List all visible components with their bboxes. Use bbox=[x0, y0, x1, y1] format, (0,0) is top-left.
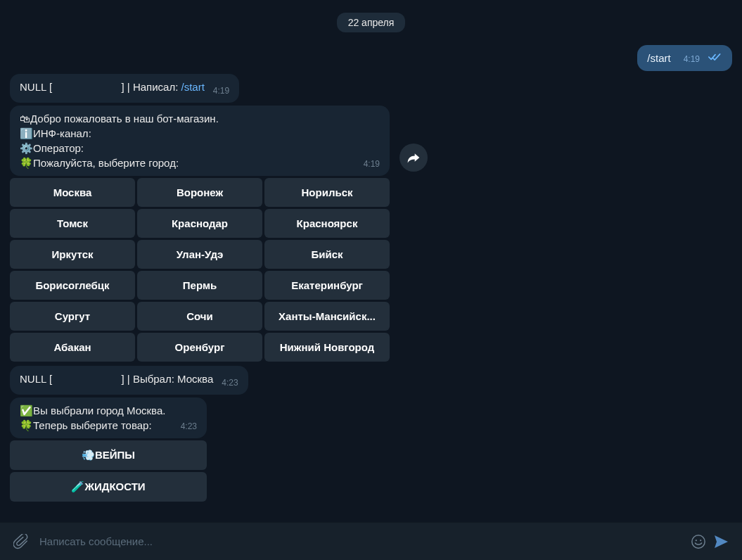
product-button[interactable]: 🧪ЖИДКОСТИ bbox=[10, 472, 207, 502]
city-button[interactable]: Нижний Новгород bbox=[264, 333, 390, 362]
product-keyboard: 💨ВЕЙПЫ🧪ЖИДКОСТИ bbox=[10, 440, 207, 502]
outgoing-time: 4:19 bbox=[684, 53, 700, 65]
message-input-bar bbox=[0, 522, 742, 560]
city-button[interactable]: Краснодар bbox=[137, 209, 262, 238]
city-button[interactable]: Томск bbox=[10, 209, 135, 238]
forward-icon bbox=[407, 151, 421, 165]
incoming-bubble[interactable]: NULL [ ] | Написал: /start 4:19 bbox=[10, 74, 239, 103]
outgoing-message-row: /start 4:19 bbox=[10, 45, 732, 71]
forward-button[interactable] bbox=[399, 144, 428, 172]
outgoing-text: /start bbox=[647, 51, 670, 65]
product-line1: ✅Вы выбрали город Москва. bbox=[20, 403, 197, 418]
read-checks-icon bbox=[708, 52, 722, 62]
city-button[interactable]: Улан-Удэ bbox=[137, 240, 262, 269]
selection-bubble[interactable]: NULL [ ] | Выбрал: Москва 4:23 bbox=[10, 366, 248, 395]
city-button[interactable]: Красноярск bbox=[264, 209, 390, 238]
welcome-bubble[interactable]: 🛍Добро пожаловать в наш бот-магазин. ℹ️И… bbox=[10, 106, 390, 176]
emoji-button[interactable] bbox=[687, 530, 710, 553]
city-button[interactable]: Сочи bbox=[137, 302, 262, 331]
city-button[interactable]: Екатеринбург bbox=[264, 271, 390, 300]
paperclip-icon bbox=[13, 534, 29, 549]
msg1-mid: ] | Написал: bbox=[121, 81, 181, 93]
welcome-line4: 🍀Пожалуйста, выберите город: bbox=[20, 155, 179, 170]
svg-point-1 bbox=[696, 540, 697, 541]
msg3-mid: ] | Выбрал: Москва bbox=[121, 373, 213, 385]
date-separator: 22 апреля bbox=[10, 13, 732, 32]
product-time: 4:23 bbox=[181, 421, 197, 433]
city-button[interactable]: Пермь bbox=[137, 271, 262, 300]
message-input[interactable] bbox=[32, 535, 687, 547]
msg1-time: 4:19 bbox=[213, 85, 229, 97]
city-keyboard: МоскваВоронежНорильскТомскКраснодарКрасн… bbox=[10, 178, 390, 362]
product-button[interactable]: 💨ВЕЙПЫ bbox=[10, 440, 207, 470]
welcome-line3: ⚙️Оператор: bbox=[20, 141, 380, 155]
city-button[interactable]: Борисоглебцк bbox=[10, 271, 135, 300]
command-link[interactable]: /start bbox=[181, 81, 205, 93]
city-button[interactable]: Москва bbox=[10, 178, 135, 207]
city-button[interactable]: Воронеж bbox=[137, 178, 262, 207]
svg-point-0 bbox=[692, 535, 705, 547]
incoming-message-row: NULL [ ] | Выбрал: Москва 4:23 bbox=[10, 366, 732, 395]
svg-point-2 bbox=[700, 540, 701, 541]
attach-button[interactable] bbox=[10, 530, 32, 553]
msg3-time: 4:23 bbox=[222, 377, 238, 389]
product-prompt-bubble[interactable]: ✅Вы выбрали город Москва. 🍀Теперь выбери… bbox=[10, 397, 207, 438]
msg3-prefix: NULL [ bbox=[20, 373, 52, 385]
welcome-line2: ℹ️ИНФ-канал: bbox=[20, 126, 380, 141]
city-button[interactable]: Бийск bbox=[264, 240, 390, 269]
incoming-message-row: NULL [ ] | Написал: /start 4:19 bbox=[10, 74, 732, 103]
outgoing-bubble[interactable]: /start 4:19 bbox=[637, 45, 732, 71]
bot-message-group: ✅Вы выбрали город Москва. 🍀Теперь выбери… bbox=[10, 397, 732, 502]
welcome-time: 4:19 bbox=[364, 158, 380, 170]
date-label: 22 апреля bbox=[337, 13, 406, 32]
welcome-line1: 🛍Добро пожаловать в наш бот-магазин. bbox=[20, 111, 380, 126]
city-button[interactable]: Ханты-Мансийск... bbox=[264, 302, 390, 331]
product-line2: 🍀Теперь выберите товар: bbox=[20, 418, 152, 433]
send-icon bbox=[712, 533, 729, 550]
city-button[interactable]: Сургут bbox=[10, 302, 135, 331]
city-button[interactable]: Оренбург bbox=[137, 333, 262, 362]
chat-scroll-area[interactable]: 22 апреля /start 4:19 NULL [ ] | Написал… bbox=[0, 0, 742, 522]
bot-message-group: 🛍Добро пожаловать в наш бот-магазин. ℹ️И… bbox=[10, 106, 732, 362]
msg1-prefix: NULL [ bbox=[20, 81, 52, 93]
smile-icon bbox=[691, 534, 706, 549]
city-button[interactable]: Иркутск bbox=[10, 240, 135, 269]
city-button[interactable]: Норильск bbox=[264, 178, 390, 207]
city-button[interactable]: Абакан bbox=[10, 333, 135, 362]
send-button[interactable] bbox=[710, 530, 732, 553]
